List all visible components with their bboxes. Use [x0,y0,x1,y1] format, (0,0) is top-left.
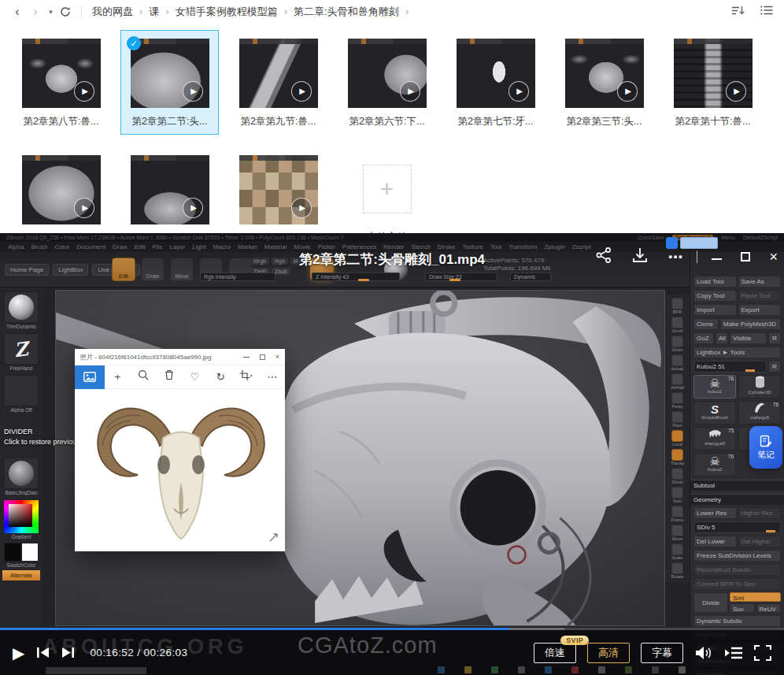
del-lower-button[interactable]: Del Lower [693,536,737,547]
file-tile[interactable]: ▶ 第2章第九节:兽... [229,30,327,135]
notes-button[interactable]: 笔记 [749,426,782,469]
video-thumbnail[interactable]: ▶ [239,39,318,108]
selected-check-icon[interactable]: ✓ [127,36,141,50]
video-thumbnail[interactable]: ▶ [131,39,209,108]
file-tile[interactable]: ▶ 第2章第三节:头... [555,30,653,135]
previous-button[interactable] [36,647,50,658]
add-icon[interactable]: + [105,365,131,389]
shelf-button[interactable]: Local [668,430,688,447]
minimize-icon[interactable] [243,357,250,358]
file-name[interactable]: 第2章第三节:头... [565,115,643,128]
shelf-button[interactable]: Rotate [668,562,688,579]
shelf-button[interactable]: Frame [668,506,688,522]
alternate-button[interactable]: Alternate [2,570,40,580]
download-icon[interactable] [631,247,649,267]
shelf-button[interactable]: Scroll [668,317,688,333]
close-icon[interactable]: × [769,251,778,262]
breadcrumb-item[interactable]: 我的网盘 [92,5,149,19]
playlist-icon[interactable] [724,646,743,660]
lower-res-button[interactable]: Lower Res [693,507,737,519]
volume-icon[interactable] [694,645,713,661]
file-tile[interactable]: ▶ 第2章第十节:兽... [664,30,762,135]
expand-icon[interactable] [269,531,278,545]
goz-visible-button[interactable]: Visible [730,332,767,344]
shelf-button[interactable]: AAHalf [668,373,688,390]
fullscreen-icon[interactable] [754,645,771,661]
file-tile[interactable]: ▶ 第2章第七节:牙... [446,30,545,135]
shelf-button[interactable]: Move [668,525,688,541]
reuv-button[interactable]: ReUV [756,603,782,613]
playback-speed-button[interactable]: 倍速SVIP [534,643,576,663]
zoom-icon[interactable] [131,365,157,389]
convert-bpr-button[interactable]: Convert BPR To Geo [693,578,781,590]
favorite-icon[interactable]: ♡ [182,365,208,389]
photo-collage-thumbnail[interactable]: ▶ [239,155,318,224]
more-icon[interactable]: ⋯ [259,365,285,389]
forward-icon[interactable]: › [29,1,42,23]
shelf-button[interactable]: Scale [668,543,688,560]
del-higher-button[interactable]: Del Higher [738,536,782,547]
alpha-slot[interactable] [4,375,39,406]
higher-res-button[interactable]: Higher Res [738,507,782,519]
back-icon[interactable]: ‹ [11,1,24,23]
tool-item[interactable]: 76xiahegu5 [738,401,781,425]
refresh-icon[interactable] [60,6,71,17]
list-view-icon[interactable] [760,5,773,19]
clone-button[interactable]: Clone [693,318,719,330]
history-dropdown-icon[interactable]: ▾ [47,1,54,23]
make-polymesh-button[interactable]: Make PolyMesh3D [720,318,781,330]
geometry-section-header[interactable]: Geometry [690,494,784,505]
shelf-button[interactable]: Persp [668,392,688,409]
sdiv-slider[interactable]: SDiv 5 [693,521,781,533]
photo-viewer-titlebar[interactable]: 照片 - 604f216f61041dfcc937808045ae990.jpg… [75,349,285,365]
next-button[interactable] [61,647,75,658]
file-name[interactable]: 第2章第八节:兽... [22,115,100,128]
reconstruct-subdiv-button[interactable]: Reconstruct Subdiv [693,564,781,576]
breadcrumb-item[interactable]: 第二章:头骨和兽角雕刻 [294,5,415,19]
tool-item[interactable]: 75shangya5 [693,427,736,451]
goz-r-button[interactable]: R [768,332,781,344]
shelf-button[interactable]: Ghost [668,468,688,484]
shelf-button[interactable]: BPR [668,298,688,314]
close-icon[interactable]: × [276,353,279,361]
more-icon[interactable]: ⋯ [668,248,682,266]
video-thumbnail[interactable]: ▶ [131,155,209,224]
copy-tool-button[interactable]: Copy Tool [693,290,737,302]
freeze-subdivision-button[interactable]: Freeze SubDivision Levels [693,550,781,562]
shelf-button[interactable]: Floor [668,411,688,428]
subtitle-button[interactable]: 字幕 [641,643,683,663]
rotate-icon[interactable]: ↻ [208,365,234,389]
delete-icon[interactable] [156,365,182,389]
palette-button[interactable]: Dynamic Subdiv [693,615,781,627]
import-button[interactable]: Import [693,304,737,316]
shelf-button[interactable]: Zoom [668,336,688,352]
goz-button[interactable]: GoZ [693,332,714,344]
floating-widget[interactable] [666,237,718,249]
breadcrumb-item[interactable]: 课 [149,5,175,19]
video-thumbnail[interactable]: ▶ [565,39,644,108]
crop-icon[interactable] [234,365,260,389]
shelf-button[interactable]: Solo [668,487,688,503]
color-swatches[interactable] [4,543,39,562]
paste-tool-button[interactable]: Paste Tool [738,290,782,302]
file-tile[interactable]: ▶ 第2章第六节:下... [338,30,436,135]
material-slot[interactable] [4,458,39,489]
lightbox-tools-button[interactable]: Lightbox ► Tools [693,347,781,358]
subtool-section-header[interactable]: Subtool [690,480,784,491]
file-name[interactable]: 第2章第二节:头... [131,115,209,128]
photo-viewer-window[interactable]: 照片 - 604f216f61041dfcc937808045ae990.jpg… [75,349,285,551]
active-tool-slider[interactable]: Kulou2 51 [693,361,767,373]
goz-all-button[interactable]: All [716,332,728,344]
file-tile[interactable]: ▶ 第2章第八节:兽... [12,30,110,135]
file-name[interactable]: 第2章第六节:下... [348,115,426,128]
tool-item[interactable]: SSimpleBrush [693,401,736,425]
color-picker[interactable] [4,500,39,533]
brush-slot[interactable] [4,291,39,323]
file-name[interactable]: 第2章第七节:牙... [457,115,534,128]
video-thumbnail[interactable]: ▶ [457,39,535,108]
video-thumbnail[interactable]: ▶ [348,39,427,108]
maximize-icon[interactable] [741,252,750,261]
upload-plus-icon[interactable]: + [363,165,412,213]
video-thumbnail[interactable]: ▶ [22,39,101,108]
suv-toggle[interactable]: Suv [730,603,755,613]
